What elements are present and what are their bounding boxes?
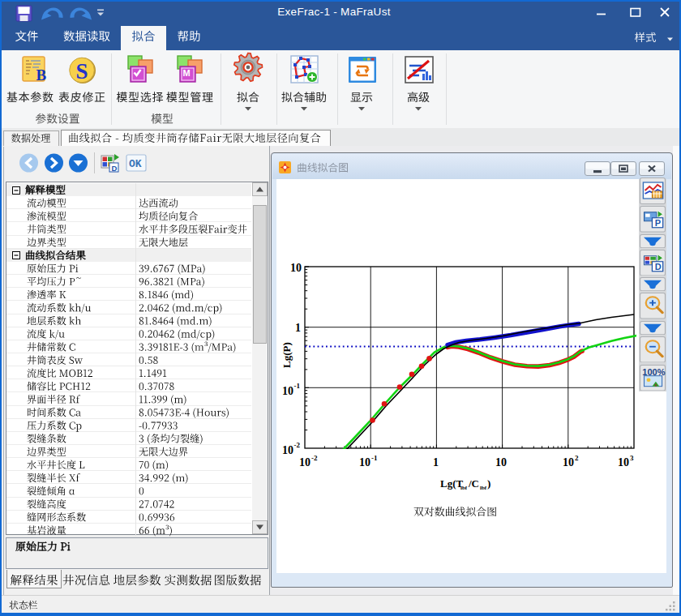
svg-text:): ) [487,477,490,490]
svg-text:lbf: lbf [480,485,487,491]
svg-text:Lg(P): Lg(P) [281,342,293,368]
svg-text:3: 3 [630,454,634,462]
svg-text:10: 10 [290,262,302,274]
svg-text:1: 1 [433,456,439,468]
svg-text:/C: /C [468,477,479,490]
svg-text:10: 10 [282,444,293,456]
svg-text:10: 10 [495,456,507,468]
svg-text:-2: -2 [311,454,318,462]
svg-text:lbf: lbf [460,485,468,491]
svg-text:10: 10 [299,456,311,468]
svg-text:10: 10 [359,456,370,468]
svg-text:1: 1 [295,322,301,334]
svg-text:-2: -2 [294,441,301,449]
svg-text:-1: -1 [371,454,378,462]
svg-text:10: 10 [282,385,293,397]
svg-text:10: 10 [563,456,574,468]
svg-text:2: 2 [575,454,579,462]
svg-text:-1: -1 [294,382,301,390]
svg-text:10: 10 [618,456,629,468]
